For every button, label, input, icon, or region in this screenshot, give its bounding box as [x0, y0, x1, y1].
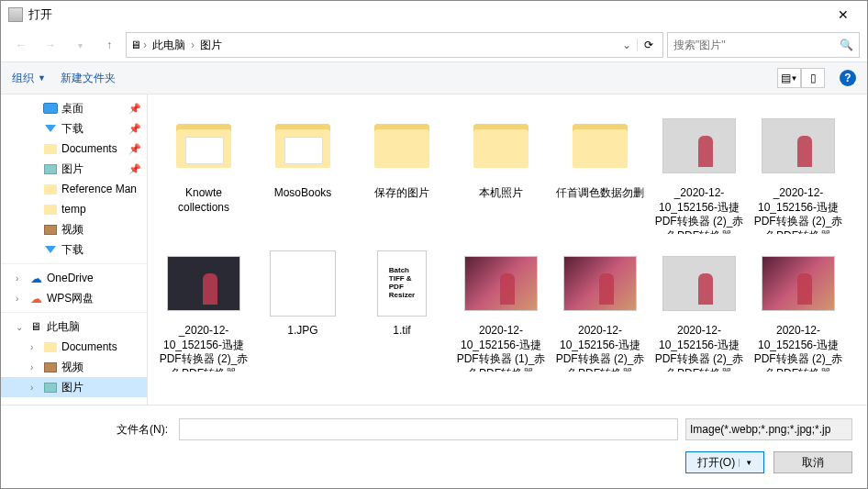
tree-quick-3[interactable]: 图片📌 — [1, 159, 147, 179]
file-list[interactable]: Knowte collectionsMosoBooks保存的图片本机照片仟首调色… — [148, 94, 867, 405]
file-item-5[interactable]: _2020-12-10_152156-迅捷PDF转换器 (2)_赤兔PDF转换器… — [651, 106, 748, 238]
tree-quick-6[interactable]: 视频 — [1, 219, 147, 239]
file-item-13[interactable]: 2020-12-10_152156-迅捷PDF转换器 (2)_赤兔PDF转换器_… — [750, 243, 847, 375]
file-thumb — [662, 109, 736, 183]
filename-input[interactable] — [179, 418, 678, 440]
tree-pc-0[interactable]: ›Documents — [1, 337, 147, 357]
path-seg-0[interactable]: 此电脑 — [149, 36, 189, 55]
file-label: 本机照片 — [479, 186, 523, 201]
file-label: 1.JPG — [287, 324, 317, 339]
dialog-footer: 文件名(N): Image(*.webp;*.png;*.jpg;*.jp 打开… — [1, 405, 867, 488]
tree-cloud-0[interactable]: ›☁OneDrive — [1, 268, 147, 288]
help-button[interactable]: ? — [840, 70, 856, 86]
tree-quick-0[interactable]: 桌面📌 — [1, 98, 147, 118]
file-item-6[interactable]: _2020-12-10_152156-迅捷PDF转换器 (2)_赤兔PDF转换器… — [750, 106, 847, 238]
file-item-10[interactable]: 2020-12-10_152156-迅捷PDF转换器 (1)_赤兔PDF转换器_… — [452, 243, 550, 375]
file-label: 2020-12-10_152156-迅捷PDF转换器 (2)_赤兔PDF转换器_… — [555, 324, 645, 372]
forward-button[interactable]: → — [38, 32, 63, 58]
address-dropdown[interactable]: ⌄ — [618, 39, 635, 51]
file-thumb — [167, 247, 240, 320]
path-seg-1[interactable]: 图片 — [196, 36, 226, 55]
file-thumb — [365, 109, 439, 183]
back-button[interactable]: ← — [8, 32, 34, 58]
file-label: 1.tif — [393, 324, 410, 339]
file-label: 保存的图片 — [374, 186, 429, 201]
file-label: _2020-12-10_152156-迅捷PDF转换器 (2)_赤兔PDF转换器… — [159, 324, 249, 372]
file-item-12[interactable]: 2020-12-10_152156-迅捷PDF转换器 (2)_赤兔PDF转换器_… — [651, 243, 748, 375]
file-item-4[interactable]: 仟首调色数据勿删 — [551, 106, 649, 238]
file-label: Knowte collections — [159, 186, 249, 215]
tree-pc[interactable]: ⌄🖥此电脑 — [1, 317, 147, 337]
file-label: 仟首调色数据勿删 — [556, 186, 644, 201]
file-label: 2020-12-10_152156-迅捷PDF转换器 (2)_赤兔PDF转换器_… — [753, 324, 843, 372]
title-bar: 打开 ✕ — [1, 1, 867, 28]
file-thumb — [464, 109, 538, 183]
chevron-right-icon: › — [143, 39, 147, 51]
search-icon: 🔍 — [840, 39, 853, 51]
tree-pc-2[interactable]: ›图片 — [1, 377, 147, 397]
tree-cloud-1[interactable]: ›☁WPS网盘 — [1, 288, 147, 308]
tree-quick-1[interactable]: 下载📌 — [1, 118, 147, 139]
tree-quick-2[interactable]: Documents📌 — [1, 139, 147, 159]
filename-label: 文件名(N): — [16, 422, 172, 438]
file-item-8[interactable]: 1.JPG — [254, 243, 351, 375]
toolbar: 组织▼ 新建文件夹 ▤ ▼ ▯ ? — [1, 61, 867, 94]
file-label: MosoBooks — [274, 186, 332, 201]
history-dropdown[interactable]: ▾ — [67, 32, 93, 58]
up-button[interactable]: ↑ — [96, 32, 122, 58]
tree-quick-7[interactable]: 下载 — [1, 239, 147, 260]
search-box[interactable]: 🔍 — [667, 32, 860, 58]
file-item-7[interactable]: _2020-12-10_152156-迅捷PDF转换器 (2)_赤兔PDF转换器… — [155, 243, 252, 375]
file-label: _2020-12-10_152156-迅捷PDF转换器 (2)_赤兔PDF转换器… — [654, 186, 744, 234]
file-thumb — [563, 109, 637, 183]
file-item-2[interactable]: 保存的图片 — [353, 106, 451, 238]
file-thumb — [266, 247, 339, 320]
refresh-button[interactable]: ⟳ — [637, 39, 659, 51]
file-label: _2020-12-10_152156-迅捷PDF转换器 (2)_赤兔PDF转换器… — [753, 186, 843, 234]
app-icon — [8, 7, 23, 22]
tree-quick-4[interactable]: Reference Man — [1, 179, 147, 199]
file-item-0[interactable]: Knowte collections — [155, 106, 252, 238]
file-thumb — [464, 247, 538, 320]
organize-menu[interactable]: 组织▼ — [12, 71, 46, 86]
tree-quick-5[interactable]: temp — [1, 199, 147, 219]
filetype-dropdown[interactable]: Image(*.webp;*.png;*.jpg;*.jp — [685, 418, 852, 440]
nav-tree: 桌面📌下载📌Documents📌图片📌Reference Mantemp视频下载… — [1, 94, 148, 405]
search-input[interactable] — [673, 39, 840, 51]
window-title: 打开 — [28, 6, 827, 23]
address-bar[interactable]: 🖥 › 此电脑 › 图片 ⌄ ⟳ — [126, 32, 663, 58]
view-menu[interactable]: ▤ ▼ — [777, 68, 801, 88]
file-thumb — [662, 247, 736, 320]
file-item-9[interactable]: BatchTIFF &PDFResizer1.tif — [353, 243, 451, 375]
new-folder-button[interactable]: 新建文件夹 — [61, 71, 116, 86]
tree-pc-1[interactable]: ›视频 — [1, 357, 147, 377]
file-thumb — [167, 109, 240, 183]
file-label: 2020-12-10_152156-迅捷PDF转换器 (2)_赤兔PDF转换器_… — [654, 324, 744, 372]
close-button[interactable]: ✕ — [827, 4, 860, 26]
file-item-1[interactable]: MosoBooks — [254, 106, 351, 238]
file-thumb — [762, 247, 835, 320]
nav-row: ← → ▾ ↑ 🖥 › 此电脑 › 图片 ⌄ ⟳ 🔍 — [1, 28, 867, 61]
file-item-3[interactable]: 本机照片 — [452, 106, 550, 238]
file-thumb — [762, 109, 835, 183]
cancel-button[interactable]: 取消 — [773, 451, 852, 473]
file-label: 2020-12-10_152156-迅捷PDF转换器 (1)_赤兔PDF转换器_… — [456, 324, 546, 372]
file-thumb — [563, 247, 637, 320]
preview-pane-button[interactable]: ▯ — [801, 68, 825, 88]
pc-icon: 🖥 — [130, 39, 141, 51]
open-button[interactable]: 打开(O)▼ — [685, 451, 764, 473]
file-thumb: BatchTIFF &PDFResizer — [365, 247, 439, 320]
chevron-right-icon: › — [191, 39, 195, 51]
file-thumb — [266, 109, 339, 183]
file-item-11[interactable]: 2020-12-10_152156-迅捷PDF转换器 (2)_赤兔PDF转换器_… — [551, 243, 649, 375]
